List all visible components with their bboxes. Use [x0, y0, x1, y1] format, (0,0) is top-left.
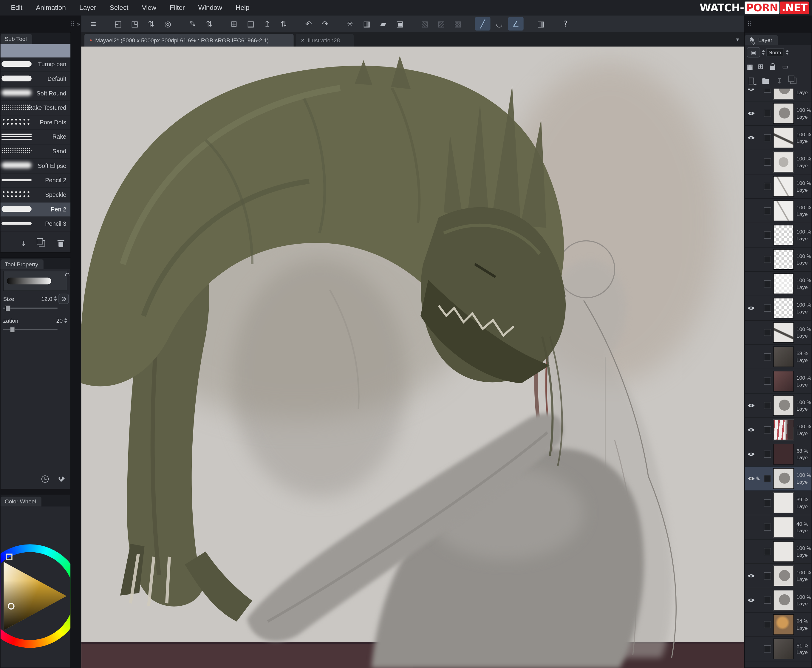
color-wheel-tab[interactable]: Color Wheel [1, 496, 41, 506]
open-file-icon[interactable]: ▤ [243, 17, 258, 30]
blend-mode-select[interactable]: Norm [766, 48, 784, 57]
layer-row[interactable]: ✎ 100 % Laye [745, 418, 812, 442]
fit-screen-icon[interactable]: ◰ [110, 17, 126, 30]
layer-row[interactable]: ✎ 100 % Laye [745, 272, 812, 296]
tool-settings-button[interactable] [57, 474, 66, 484]
layer-row[interactable]: ✎ 100 % Laye [745, 296, 812, 321]
snap-grid-icon[interactable]: ▦ [359, 17, 374, 30]
layer-row[interactable]: ✎ 100 % Laye [745, 150, 812, 175]
layer-row[interactable]: ✎ 100 % Laye [745, 467, 812, 491]
layer-checkbox[interactable] [764, 645, 771, 653]
layer-row[interactable]: ✎ 39 % Laye [745, 491, 812, 515]
layer-row[interactable]: ✎ 100 % Laye [745, 247, 812, 272]
layer-row[interactable]: ✎ 100 % Laye [745, 174, 812, 199]
layer-checkbox[interactable] [764, 89, 771, 93]
size-stepper[interactable] [54, 296, 57, 301]
layer-checkbox[interactable] [764, 524, 771, 531]
layer-thumbnail[interactable] [773, 444, 794, 464]
layer-visibility-toggle[interactable] [747, 111, 756, 116]
layer-row[interactable]: ✎ 100 % Laye [745, 321, 812, 345]
brush-item[interactable]: Rake Testured [1, 101, 70, 116]
layer-visibility-toggle[interactable] [747, 573, 756, 578]
collapse-panel-icon[interactable]: » [77, 20, 80, 27]
ruler-button[interactable]: ▭ [782, 62, 789, 70]
canvas[interactable] [82, 47, 744, 668]
processing-icon[interactable]: ✳ [343, 17, 358, 30]
layer-checkbox[interactable] [764, 207, 771, 214]
layer-row[interactable]: ✎ 100 % Laye [745, 126, 812, 150]
layer-checkbox[interactable] [764, 402, 771, 409]
redo-icon[interactable]: ↷ [317, 17, 333, 30]
new-folder-button[interactable] [761, 76, 770, 85]
layer-thumbnail[interactable] [773, 322, 794, 342]
brush-item[interactable]: Sand [1, 145, 70, 159]
layer-thumbnail[interactable] [773, 590, 794, 610]
eyedropper-icon[interactable]: ✎ [185, 17, 200, 30]
layer-row[interactable]: ✎ 100 % Laye [745, 394, 812, 418]
new-layer-button[interactable] [747, 76, 756, 85]
layer-checkbox[interactable] [764, 183, 771, 190]
brush-item[interactable]: Pore Dots [1, 115, 70, 130]
brush-item[interactable]: Default [1, 72, 70, 87]
combine-mode-button[interactable]: ▣ [747, 47, 760, 58]
document-tab-active[interactable]: ● Mayael2* (5000 x 5000px 300dpi 61.6% :… [84, 34, 294, 47]
layer-checkbox[interactable] [764, 499, 771, 506]
layer-visibility-toggle[interactable] [747, 89, 756, 92]
size-value[interactable]: 12.0 [41, 296, 52, 302]
layer-thumbnail[interactable] [773, 347, 794, 367]
layer-row[interactable]: ✎ 100 % Laye [745, 369, 812, 394]
close-tab-icon[interactable]: × [301, 37, 304, 43]
menu-item[interactable]: Help [229, 0, 256, 15]
menu-item[interactable]: View [135, 0, 163, 15]
new-canvas-icon[interactable]: ⊞ [226, 17, 242, 30]
layer-row[interactable]: ✎ 100 % Laye [745, 223, 812, 247]
layer-thumbnail[interactable] [773, 298, 794, 319]
subtool-group-selected[interactable] [1, 44, 70, 58]
main-menu-icon[interactable]: ≡ [85, 17, 101, 30]
layer-checkbox[interactable] [764, 280, 771, 287]
stabilization-stepper[interactable] [64, 318, 67, 323]
size-slider[interactable] [3, 306, 57, 311]
menu-item[interactable]: Select [103, 0, 135, 15]
layer-checkbox[interactable] [764, 231, 771, 239]
combine-stepper[interactable] [762, 50, 765, 55]
transform-icon[interactable]: ▣ [392, 17, 408, 30]
eyedropper-chevrons-icon[interactable]: ⇅ [202, 17, 217, 30]
layer-checkbox[interactable] [764, 548, 771, 555]
layer-thumbnail[interactable] [773, 419, 794, 440]
screen-mode-icon[interactable]: ◳ [127, 17, 142, 30]
hue-marker[interactable] [6, 553, 13, 560]
menu-item[interactable]: Animation [29, 0, 73, 15]
duplicate-subtool-button[interactable] [37, 239, 47, 248]
save-file-icon[interactable]: ↥ [259, 17, 275, 30]
layer-thumbnail[interactable] [773, 493, 794, 513]
size-slider-track[interactable] [3, 308, 57, 309]
line-tool-icon[interactable]: ╱ [475, 17, 490, 30]
stabilization-slider[interactable] [3, 327, 57, 332]
layer-checkbox[interactable] [764, 304, 771, 312]
rotate-view-icon[interactable]: ◎ [160, 17, 175, 30]
import-subtool-button[interactable]: ↧ [19, 239, 28, 248]
polyline-tool-icon[interactable]: ∠ [508, 17, 524, 30]
layer-row[interactable]: ✎ 51 % Laye [745, 637, 812, 661]
undo-icon[interactable]: ↶ [301, 17, 316, 30]
menu-item[interactable]: Layer [73, 0, 103, 15]
select-clear-icon[interactable]: ▩ [450, 17, 466, 30]
brush-item[interactable]: Soft Round [1, 87, 70, 101]
menu-item[interactable]: Window [191, 0, 229, 15]
layer-row[interactable]: ✎ 100 % Laye [745, 89, 812, 102]
layer-checkbox[interactable] [764, 353, 771, 360]
brush-item[interactable]: Turnip pen [1, 58, 70, 72]
tab-list-chevron-icon[interactable]: ▾ [736, 37, 739, 43]
transfer-layer-button[interactable]: ↧ [775, 76, 784, 85]
layer-thumbnail[interactable] [773, 103, 794, 124]
layer-checkbox[interactable] [764, 329, 771, 336]
layer-visibility-toggle[interactable] [747, 306, 756, 311]
layer-checkbox[interactable] [764, 110, 771, 117]
brush-item[interactable]: Pencil 3 [1, 217, 70, 232]
layer-checkbox[interactable] [764, 159, 771, 165]
layer-checkbox[interactable] [764, 134, 771, 141]
blend-stepper[interactable] [785, 50, 789, 55]
layer-thumbnail[interactable] [773, 89, 794, 99]
layer-thumbnail[interactable] [773, 468, 794, 489]
